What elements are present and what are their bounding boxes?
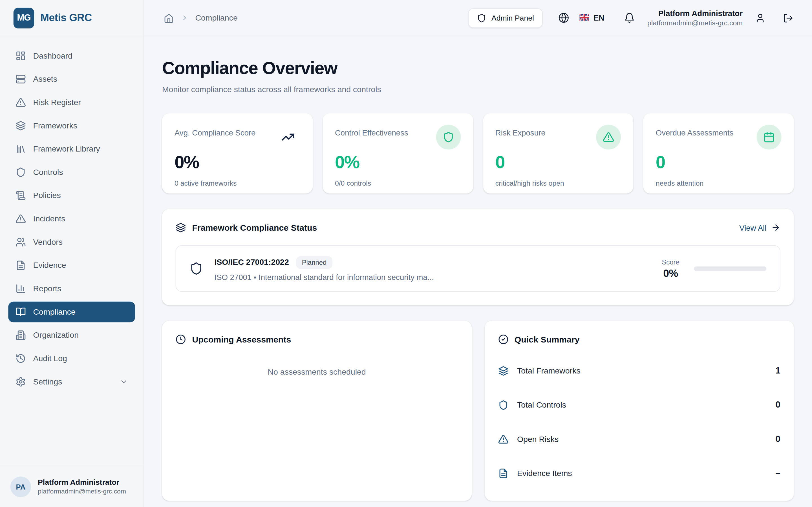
shield-icon	[477, 13, 486, 22]
score-value: 0%	[662, 267, 679, 279]
framework-row-iso-27001[interactable]: ISO/IEC 27001:2022 Planned ISO 27001 • I…	[175, 245, 780, 292]
sidebar-item-label: Framework Library	[33, 144, 100, 154]
breadcrumb-current: Compliance	[195, 13, 238, 22]
sidebar-item-label: Reports	[33, 284, 61, 293]
sidebar-item-policies[interactable]: Policies	[8, 185, 135, 206]
summary-value: 1	[776, 366, 780, 376]
sidebar-user-email: platformadmin@metis-grc.com	[38, 488, 126, 495]
sidebar-item-incidents[interactable]: Incidents	[8, 209, 135, 229]
user-menu[interactable]: Platform Administrator platformadmin@met…	[647, 9, 743, 27]
bar-chart-icon	[15, 284, 26, 294]
sidebar-item-reports[interactable]: Reports	[8, 278, 135, 299]
sidebar-item-label: Compliance	[33, 307, 75, 317]
stat-value: 0	[495, 152, 621, 172]
alert-triangle-icon	[15, 97, 26, 108]
chevron-right-icon	[181, 14, 189, 22]
summary-row-evidence-items: Evidence Items –	[498, 456, 780, 490]
stat-caption: 0/0 controls	[335, 179, 461, 187]
sidebar-item-controls[interactable]: Controls	[8, 162, 135, 182]
sidebar-user-name: Platform Administrator	[38, 478, 126, 486]
page-content: Compliance Overview Monitor compliance s…	[144, 36, 812, 507]
stat-label: Control Effectiveness	[335, 125, 408, 137]
summary-row-total-controls: Total Controls 0	[498, 388, 780, 422]
file-text-icon	[498, 468, 508, 478]
breadcrumb: Compliance	[163, 13, 238, 23]
logout-icon[interactable]	[783, 13, 794, 23]
settings-icon	[15, 377, 26, 387]
summary-value: 0	[776, 434, 780, 445]
shield-icon	[190, 262, 203, 275]
sidebar-item-label: Audit Log	[33, 354, 67, 363]
view-all-link[interactable]: View All	[739, 223, 780, 232]
stat-label: Risk Exposure	[495, 125, 546, 137]
sidebar-item-frameworks[interactable]: Frameworks	[8, 115, 135, 136]
bell-icon[interactable]	[624, 12, 635, 23]
summary-row-open-risks: Open Risks 0	[498, 422, 780, 456]
panel-title: Framework Compliance Status	[192, 223, 317, 233]
library-icon	[15, 144, 26, 154]
sidebar-item-label: Evidence	[33, 261, 66, 270]
sidebar-user-footer: PA Platform Administrator platformadmin@…	[0, 466, 144, 507]
panel-title: Quick Summary	[515, 334, 580, 344]
stat-card-overdue-assessments: Overdue Assessments 0 needs attention	[644, 113, 794, 193]
sidebar-item-framework-library[interactable]: Framework Library	[8, 138, 135, 159]
stat-label: Avg. Compliance Score	[174, 125, 255, 137]
language-code: EN	[594, 13, 604, 22]
stat-caption: 0 active frameworks	[174, 179, 300, 187]
shield-icon	[498, 400, 508, 410]
sidebar-item-dashboard[interactable]: Dashboard	[8, 46, 135, 66]
alert-triangle-icon	[15, 214, 26, 224]
layers-icon	[15, 121, 26, 131]
sidebar-item-assets[interactable]: Assets	[8, 69, 135, 89]
home-icon[interactable]	[163, 13, 174, 23]
sidebar-item-label: Organization	[33, 331, 79, 340]
file-text-icon	[15, 260, 26, 271]
score-progress-bar	[694, 266, 766, 271]
sidebar-item-organization[interactable]: Organization	[8, 325, 135, 345]
app-window: MG Metis GRC Dashboard Assets Risk Regis…	[0, 0, 812, 507]
chevron-down-icon	[119, 378, 128, 386]
check-circle-icon	[498, 334, 508, 345]
language-selector[interactable]: EN	[580, 13, 605, 22]
status-badge: Planned	[296, 256, 332, 269]
layout-dashboard-icon	[15, 51, 26, 61]
user-name: Platform Administrator	[647, 9, 743, 17]
alert-triangle-icon	[498, 434, 508, 445]
sidebar-item-label: Vendors	[33, 237, 63, 247]
shield-icon	[436, 125, 461, 150]
summary-value: –	[776, 468, 780, 478]
sidebar-item-label: Frameworks	[33, 121, 78, 130]
uk-flag-icon	[580, 13, 589, 22]
sidebar-item-risk-register[interactable]: Risk Register	[8, 92, 135, 113]
sidebar-item-settings[interactable]: Settings	[8, 372, 135, 392]
summary-label: Open Risks	[517, 435, 559, 444]
shield-icon	[15, 167, 26, 177]
sidebar-item-evidence[interactable]: Evidence	[8, 255, 135, 276]
stat-caption: critical/high risks open	[495, 179, 621, 187]
brand-name: Metis GRC	[40, 12, 92, 24]
building-icon	[15, 330, 26, 341]
summary-label: Total Controls	[517, 400, 566, 410]
alert-triangle-icon	[596, 125, 621, 150]
sidebar-item-vendors[interactable]: Vendors	[8, 232, 135, 252]
arrow-right-icon	[771, 223, 780, 232]
sidebar-item-audit-log[interactable]: Audit Log	[8, 348, 135, 369]
main-area: Compliance Admin Panel EN Platform	[144, 0, 812, 507]
framework-description: ISO 27001 • International standard for i…	[214, 272, 434, 281]
summary-label: Total Frameworks	[517, 366, 580, 376]
clock-icon	[175, 334, 186, 345]
stat-caption: needs attention	[656, 179, 781, 187]
stat-card-control-effectiveness: Control Effectiveness 0% 0/0 controls	[322, 113, 473, 193]
sidebar-item-label: Incidents	[33, 214, 65, 223]
sidebar-item-compliance[interactable]: Compliance	[8, 302, 135, 322]
users-icon	[15, 237, 26, 247]
brand[interactable]: MG Metis GRC	[0, 0, 144, 36]
page-subtitle: Monitor compliance status across all fra…	[162, 85, 794, 94]
user-icon[interactable]	[755, 13, 765, 23]
sidebar-item-label: Assets	[33, 74, 57, 83]
avatar: PA	[10, 476, 31, 497]
globe-icon[interactable]	[558, 12, 569, 23]
sidebar-item-label: Settings	[33, 377, 62, 386]
admin-panel-button[interactable]: Admin Panel	[468, 8, 543, 27]
topbar-actions: Admin Panel EN Platform Administrator pl…	[468, 8, 794, 27]
